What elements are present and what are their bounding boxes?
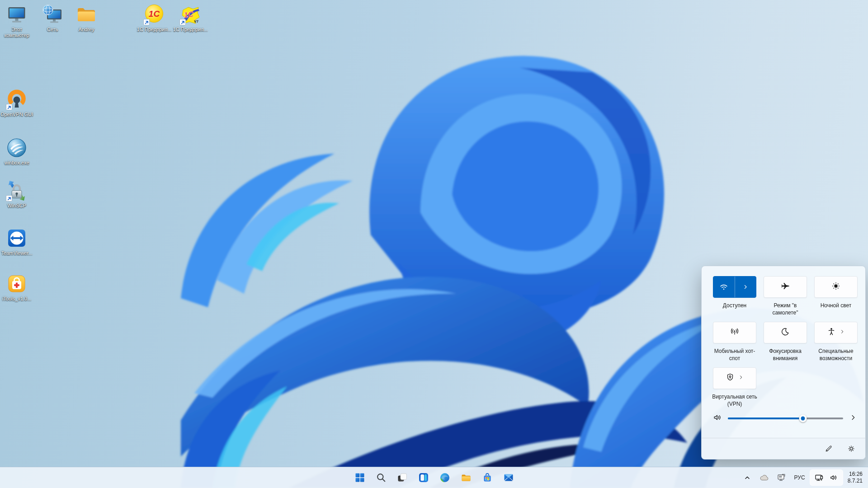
teamviewer-icon xyxy=(6,227,28,249)
desktop-icon-itools[interactable]: iTools_v1.0... xyxy=(0,273,34,302)
shortcut-arrow-icon xyxy=(6,195,12,202)
desktop-icon-label: winbox.exe xyxy=(4,160,29,166)
1c-icon: 1С xyxy=(143,4,165,25)
clock[interactable]: 16:26 8.7.21 xyxy=(844,471,865,484)
widgets-button[interactable] xyxy=(415,469,433,487)
wifi-icon[interactable] xyxy=(713,277,735,297)
desktop-icon-1c-enterprise-7[interactable]: 1С V7 1С Предприя... xyxy=(173,4,208,33)
itools-icon xyxy=(6,273,28,295)
language-indicator[interactable]: РУС xyxy=(791,474,809,481)
openvpn-icon xyxy=(6,89,28,110)
desktop-icon-folder-andrey[interactable]: Andrey xyxy=(69,4,104,33)
volume-fill xyxy=(728,418,803,419)
desktop-icon-label: iTools_v1.0... xyxy=(2,296,31,302)
tile-label: Мобильный хот-спот xyxy=(711,347,758,362)
tile-label: Фокусировка внимания xyxy=(762,347,809,362)
settings-gear-button[interactable] xyxy=(843,441,860,456)
quick-settings-grid: Доступен Режим "в самолете" Ночной свет xyxy=(711,276,859,413)
shortcut-arrow-icon xyxy=(6,104,12,110)
quick-settings-footer xyxy=(702,438,865,459)
accessibility-chevron-icon xyxy=(839,328,845,337)
speaker-icon[interactable] xyxy=(712,413,722,424)
desktop-icon-label: WinSCP xyxy=(7,203,26,209)
desktop-icon-winscp[interactable]: WinSCP xyxy=(0,180,34,209)
widgets-icon xyxy=(418,472,429,483)
desktop-icon-label: 1С Предприя... xyxy=(137,27,172,33)
tile-night-light[interactable] xyxy=(814,276,858,298)
desktop-icon-openvpn[interactable]: OpenVPN GUI xyxy=(0,89,34,117)
folder-icon xyxy=(461,472,472,483)
tile-vpn[interactable] xyxy=(713,367,756,389)
shortcut-arrow-icon xyxy=(179,19,186,25)
volume-slider[interactable] xyxy=(728,418,843,419)
ethernet-icon xyxy=(815,474,824,482)
desktop-icon-1c-enterprise-8[interactable]: 1С 1С Предприя... xyxy=(137,4,172,33)
speaker-icon xyxy=(829,473,838,482)
onedrive-tray-button[interactable] xyxy=(756,469,773,486)
system-tray: РУС 16:26 8.7.21 xyxy=(739,467,865,488)
night-light-icon xyxy=(831,281,841,293)
taskbar: РУС 16:26 8.7.21 xyxy=(0,467,868,488)
this-pc-icon xyxy=(6,4,28,25)
mail-icon xyxy=(503,472,514,483)
tile-label: Ночной свет xyxy=(821,302,852,309)
svg-text:V7: V7 xyxy=(194,19,198,23)
store-bag-icon xyxy=(482,472,493,483)
desktop-icon-label: Этот компьютер xyxy=(0,27,34,38)
svg-text:1С: 1С xyxy=(149,9,160,19)
monitor-tray-icon xyxy=(777,474,786,482)
volume-thumb[interactable] xyxy=(799,415,807,422)
desktop-icon-teamviewer[interactable]: TeamViewer... xyxy=(0,227,34,256)
file-explorer-button[interactable] xyxy=(457,469,475,487)
clock-date: 8.7.21 xyxy=(848,478,863,484)
microsoft-store-button[interactable] xyxy=(478,469,496,487)
vpn-chevron-icon xyxy=(738,374,744,382)
volume-row xyxy=(712,413,857,424)
cloud-icon xyxy=(760,474,769,481)
task-view-icon xyxy=(397,472,408,483)
search-button[interactable] xyxy=(372,469,390,487)
winscp-icon xyxy=(6,180,28,202)
tile-label: Доступен xyxy=(723,302,746,309)
shield-icon xyxy=(725,372,735,384)
edge-button[interactable] xyxy=(436,469,454,487)
winbox-icon xyxy=(6,137,28,159)
tile-wifi[interactable] xyxy=(713,276,756,298)
desktop-icon-label: OpenVPN GUI xyxy=(0,112,33,117)
desktop-icon-label: 1С Предприя... xyxy=(173,27,208,33)
tile-accessibility[interactable] xyxy=(814,322,858,343)
start-button[interactable] xyxy=(351,469,369,487)
tile-focus-assist[interactable] xyxy=(764,322,807,343)
search-icon xyxy=(376,473,386,483)
wifi-expand-chevron-icon[interactable] xyxy=(735,277,756,297)
tile-mobile-hotspot[interactable] xyxy=(713,322,756,343)
windows-logo-icon xyxy=(355,473,365,483)
shortcut-arrow-icon xyxy=(143,19,150,25)
remote-app-tray-button[interactable] xyxy=(774,469,790,486)
tile-label: Режим "в самолете" xyxy=(762,302,809,316)
folder-icon xyxy=(75,4,97,25)
desktop-icon-network[interactable]: Сеть xyxy=(35,4,70,33)
edit-quick-settings-button[interactable] xyxy=(820,441,837,456)
tile-label: Специальные возможности xyxy=(812,347,859,362)
network-icon xyxy=(42,4,63,25)
chevron-up-icon xyxy=(744,474,751,481)
hidden-icons-button[interactable] xyxy=(739,469,755,486)
desktop-icon-label: Сеть xyxy=(47,27,58,33)
moon-icon xyxy=(780,327,790,338)
mail-button[interactable] xyxy=(500,469,518,487)
hotspot-icon xyxy=(730,327,740,338)
task-view-button[interactable] xyxy=(393,469,411,487)
1c-v7-icon: 1С V7 xyxy=(179,4,201,25)
airplane-icon xyxy=(780,281,790,293)
tile-airplane-mode[interactable] xyxy=(764,276,807,298)
quick-settings-panel: Доступен Режим "в самолете" Ночной свет xyxy=(701,266,866,460)
volume-expand-chevron-icon[interactable] xyxy=(849,413,857,423)
desktop-icon-winbox[interactable]: winbox.exe xyxy=(0,137,34,166)
desktop-icon-this-pc[interactable]: Этот компьютер xyxy=(0,4,34,38)
desktop-icon-label: Andrey xyxy=(79,27,94,33)
taskbar-center xyxy=(0,467,868,488)
svg-text:1С: 1С xyxy=(183,10,194,20)
clock-time: 16:26 xyxy=(848,471,863,478)
network-volume-group[interactable] xyxy=(810,469,843,486)
